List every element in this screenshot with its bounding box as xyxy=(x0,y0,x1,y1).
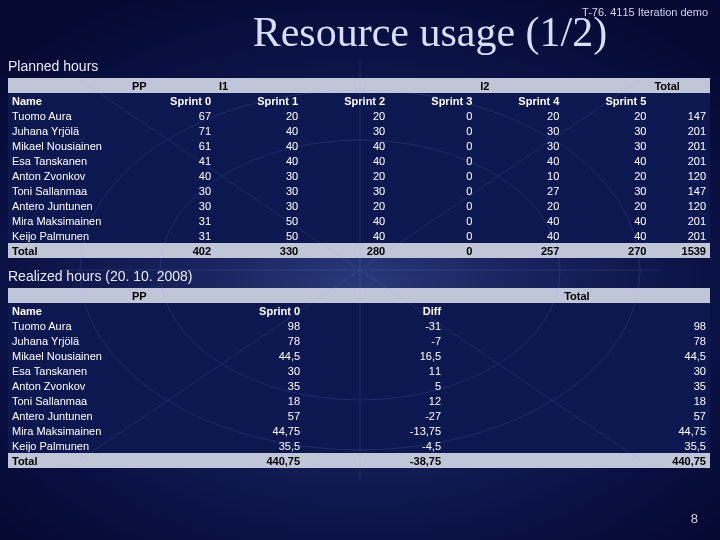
cell xyxy=(503,408,532,423)
cell: 201 xyxy=(650,138,710,153)
cell: 201 xyxy=(650,153,710,168)
table-row: Mira Maksimainen44,75-13,7544,75 xyxy=(8,423,710,438)
course-label: T-76. 4115 Iteration demo xyxy=(582,6,708,18)
table-row: Juhana Yrjölä78-778 xyxy=(8,333,710,348)
realized-col-header xyxy=(474,303,503,318)
cell: 18 xyxy=(560,393,710,408)
table-row: Mira Maksimainen31504004040201 xyxy=(8,213,710,228)
realized-group-header xyxy=(531,288,560,303)
realized-col-header: Diff xyxy=(304,303,445,318)
cell xyxy=(445,378,474,393)
cell: 41 xyxy=(128,153,215,168)
cell xyxy=(445,393,474,408)
table-row: Toni Sallanmaa30303002730147 xyxy=(8,183,710,198)
cell xyxy=(531,423,560,438)
cell: 30 xyxy=(128,198,215,213)
total-label: Total xyxy=(8,243,128,258)
planned-col-header: Sprint 5 xyxy=(563,93,650,108)
cell xyxy=(503,333,532,348)
cell: 98 xyxy=(128,318,304,333)
planned-group-header: I1 xyxy=(215,78,302,93)
cell xyxy=(503,438,532,453)
total-cell: 330 xyxy=(215,243,302,258)
total-row: Total440,75-38,75440,75 xyxy=(8,453,710,468)
table-row: Mikael Nousiainen44,516,544,5 xyxy=(8,348,710,363)
page-number: 8 xyxy=(691,511,698,526)
cell: 30 xyxy=(128,363,304,378)
cell: 35,5 xyxy=(128,438,304,453)
cell: 20 xyxy=(476,198,563,213)
cell: 20 xyxy=(215,108,302,123)
cell: 78 xyxy=(560,333,710,348)
cell xyxy=(445,408,474,423)
cell: 44,5 xyxy=(128,348,304,363)
cell xyxy=(445,423,474,438)
cell: 0 xyxy=(389,168,476,183)
total-cell: -38,75 xyxy=(304,453,445,468)
cell: 40 xyxy=(302,228,389,243)
cell: 0 xyxy=(389,183,476,198)
planned-col-header: Sprint 4 xyxy=(476,93,563,108)
cell: 40 xyxy=(302,213,389,228)
cell: 31 xyxy=(128,228,215,243)
cell: 16,5 xyxy=(304,348,445,363)
cell: 67 xyxy=(128,108,215,123)
cell: 30 xyxy=(215,168,302,183)
cell xyxy=(531,348,560,363)
cell: 40 xyxy=(302,138,389,153)
planned-group-header: PP xyxy=(128,78,215,93)
cell: 12 xyxy=(304,393,445,408)
planned-col-header: Sprint 2 xyxy=(302,93,389,108)
table-row: Mikael Nousiainen61404003030201 xyxy=(8,138,710,153)
cell: -7 xyxy=(304,333,445,348)
cell: 57 xyxy=(128,408,304,423)
cell: 0 xyxy=(389,228,476,243)
row-name: Tuomo Aura xyxy=(8,318,128,333)
planned-col-header: Name xyxy=(8,93,128,108)
cell xyxy=(531,408,560,423)
cell: 0 xyxy=(389,138,476,153)
cell: 30 xyxy=(215,198,302,213)
table-row: Antero Juntunen30302002020120 xyxy=(8,198,710,213)
planned-group-header xyxy=(8,78,128,93)
cell: 30 xyxy=(560,363,710,378)
total-cell xyxy=(531,453,560,468)
total-cell: 0 xyxy=(389,243,476,258)
row-name: Mikael Nousiainen xyxy=(8,348,128,363)
cell xyxy=(503,318,532,333)
realized-col-header xyxy=(503,303,532,318)
cell: 40 xyxy=(215,138,302,153)
cell: 147 xyxy=(650,108,710,123)
realized-group-header: PP xyxy=(128,288,304,303)
cell: 27 xyxy=(476,183,563,198)
row-name: Antero Juntunen xyxy=(8,198,128,213)
realized-col-header xyxy=(560,303,710,318)
realized-group-header xyxy=(445,288,474,303)
realized-group-header xyxy=(474,288,503,303)
cell: 20 xyxy=(302,198,389,213)
cell xyxy=(474,378,503,393)
planned-group-header xyxy=(389,78,476,93)
cell xyxy=(474,333,503,348)
cell: 201 xyxy=(650,228,710,243)
cell: 201 xyxy=(650,123,710,138)
realized-group-header: Total xyxy=(560,288,710,303)
cell: 0 xyxy=(389,108,476,123)
row-name: Keijo Palmunen xyxy=(8,228,128,243)
total-cell: 440,75 xyxy=(128,453,304,468)
total-row: Total40233028002572701539 xyxy=(8,243,710,258)
planned-section-label: Planned hours xyxy=(8,58,720,74)
cell: 30 xyxy=(302,183,389,198)
cell: 30 xyxy=(128,183,215,198)
cell xyxy=(503,393,532,408)
cell: 30 xyxy=(563,123,650,138)
cell: 20 xyxy=(563,168,650,183)
cell xyxy=(474,438,503,453)
cell: 98 xyxy=(560,318,710,333)
cell: 44,5 xyxy=(560,348,710,363)
planned-col-header xyxy=(650,93,710,108)
total-label: Total xyxy=(8,453,128,468)
table-row: Tuomo Aura98-3198 xyxy=(8,318,710,333)
cell xyxy=(531,333,560,348)
realized-col-header: Sprint 0 xyxy=(128,303,304,318)
